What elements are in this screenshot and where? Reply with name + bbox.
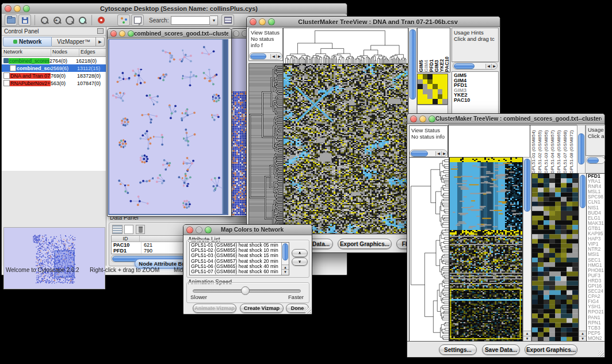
close-button[interactable] bbox=[5, 5, 12, 12]
tv2-zoom-button[interactable] bbox=[429, 116, 435, 122]
attribute-list-item[interactable]: GPL51-07 (GSM868) heat shock 60 min bbox=[191, 269, 289, 274]
open-session-button[interactable] bbox=[5, 14, 17, 26]
tv2-column-label: GPL51-06 (GSM865) bbox=[556, 125, 563, 174]
tv1-zoom-cell bbox=[438, 94, 443, 99]
tv2-collabel-scroll-thumb[interactable] bbox=[578, 133, 584, 164]
dialog-close-button[interactable] bbox=[186, 227, 193, 233]
tv2-status-hscrollbar[interactable]: ◀▶ bbox=[410, 150, 447, 157]
dialog-minimize-button[interactable] bbox=[196, 227, 202, 233]
tv1-close-button[interactable] bbox=[250, 18, 257, 25]
tab-vizmapper[interactable]: VizMapper™ bbox=[52, 37, 96, 47]
zoom-out-button[interactable]: - bbox=[39, 15, 50, 25]
tv1-row-dendrogram[interactable] bbox=[248, 63, 283, 234]
tab-scroll-right-button[interactable]: ▶ bbox=[96, 37, 105, 47]
network-nodes-count: 769(0) bbox=[51, 73, 77, 79]
zoom-fit-button[interactable] bbox=[64, 15, 75, 25]
tv1-hints-hscroll-thumb[interactable] bbox=[454, 63, 475, 69]
tv1-column-dendrogram[interactable] bbox=[283, 28, 408, 64]
col-nodes[interactable]: Nodes bbox=[51, 49, 79, 56]
tv2-collabel-scrollbar[interactable] bbox=[577, 125, 586, 174]
tv1-status-right-arrow[interactable]: ▶ bbox=[276, 54, 282, 59]
map-dialog-title: Map Colors to Network bbox=[212, 227, 309, 233]
attribute-scroll-down[interactable]: ▼ bbox=[282, 269, 289, 275]
network-name: RNAPuberNov2+ bbox=[10, 81, 51, 86]
col-edges[interactable]: Edges bbox=[79, 49, 106, 56]
network-tool-button[interactable] bbox=[117, 14, 130, 26]
datapanel-newdoc-tool[interactable] bbox=[124, 225, 133, 234]
main-titlebar[interactable]: Cytoscape Desktop (Session Name: collins… bbox=[2, 3, 347, 14]
tv1-zoom-cell bbox=[433, 94, 438, 99]
animate-vizmap-button[interactable]: Animate Vizmap bbox=[193, 304, 236, 313]
tv1-hints-right-arrow[interactable]: ▶ bbox=[491, 64, 497, 68]
zoom-button[interactable] bbox=[23, 5, 30, 12]
help-button[interactable] bbox=[95, 15, 107, 25]
tv1-heatmap-canvas[interactable] bbox=[283, 63, 408, 234]
network-overview-canvas[interactable] bbox=[3, 227, 105, 289]
network-list-row[interactable]: combined_scores2764(0)16218(0) bbox=[2, 57, 106, 64]
tv2-zoom-scroll-thumb[interactable] bbox=[580, 175, 586, 208]
annotation-tool-button[interactable] bbox=[131, 14, 144, 26]
netwin-close-button[interactable] bbox=[110, 30, 117, 37]
datapanel-delete-tool[interactable] bbox=[136, 225, 145, 234]
search-dropdown-button[interactable]: ▼ bbox=[210, 16, 218, 25]
tv2-resize-grip[interactable] bbox=[598, 351, 604, 357]
resize-grip[interactable] bbox=[305, 308, 311, 313]
tv2-vscrollbar[interactable]: ▲ ▼ bbox=[523, 157, 531, 342]
tv2-save-data-button[interactable]: Save Data... bbox=[482, 344, 520, 355]
tv1-zoom-button[interactable] bbox=[268, 18, 275, 25]
tv1-vscroll-thumb[interactable] bbox=[410, 29, 416, 99]
tab-network[interactable]: Network bbox=[3, 37, 52, 47]
col-network[interactable]: Network bbox=[2, 49, 51, 56]
tv2-row-dendrogram[interactable] bbox=[409, 157, 449, 342]
network-view-canvas[interactable] bbox=[108, 39, 228, 215]
tv2-status-left-arrow[interactable]: ◀ bbox=[435, 151, 441, 156]
move-up-button[interactable]: ∧ bbox=[292, 249, 308, 257]
datapanel-table-tool[interactable] bbox=[112, 225, 123, 234]
network-list-row[interactable]: DNA and Tran 07769(0)183728(0) bbox=[2, 72, 106, 79]
tv2-zoom-heatmap[interactable] bbox=[531, 173, 579, 342]
tv1-export-graphics-button[interactable]: Export Graphics... bbox=[338, 239, 392, 249]
tv1-hints-left-arrow[interactable]: ◀ bbox=[485, 64, 491, 68]
float-panel-icon[interactable] bbox=[97, 28, 104, 34]
tv1-minimize-button[interactable] bbox=[259, 18, 266, 25]
tv1-status-left-arrow[interactable]: ◀ bbox=[270, 54, 276, 59]
import-table-button[interactable] bbox=[221, 14, 234, 26]
tv2-hints-hscroll-thumb[interactable] bbox=[587, 158, 599, 163]
search-input[interactable] bbox=[171, 16, 210, 25]
tv1-zoom-cell bbox=[427, 99, 433, 104]
zoom-fit-icon bbox=[66, 16, 74, 25]
zoom-in-button[interactable]: + bbox=[51, 15, 63, 25]
tv2-status-hscroll-thumb[interactable] bbox=[411, 151, 428, 156]
tv2-status-right-arrow[interactable]: ▶ bbox=[441, 151, 447, 156]
attribute-list-scrollbar[interactable]: ▲ ▼ bbox=[281, 243, 289, 275]
tv1-zoom-heatmap[interactable] bbox=[417, 74, 448, 105]
tv2-zoom-scrollbar[interactable]: ▲ ▼ bbox=[579, 173, 587, 342]
slider-thumb[interactable] bbox=[241, 286, 250, 295]
window-controls bbox=[5, 5, 30, 12]
tv1-status-hscrollbar[interactable]: ◀▶ bbox=[249, 52, 282, 60]
tv1-hints-hscrollbar[interactable]: ◀▶ bbox=[453, 62, 498, 70]
network-list-row[interactable]: RNAPuberNov2+563(0)107847(0) bbox=[2, 79, 106, 87]
tv2-close-button[interactable] bbox=[410, 116, 417, 122]
move-down-button[interactable]: ∨ bbox=[292, 258, 308, 266]
tv2-vscroll-thumb[interactable] bbox=[524, 159, 530, 212]
save-session-button[interactable] bbox=[18, 14, 31, 26]
netwin-minimize-button[interactable] bbox=[119, 30, 125, 37]
zoom-selected-button[interactable] bbox=[76, 15, 88, 25]
dialog-zoom-button[interactable] bbox=[205, 227, 212, 233]
datacol-id[interactable]: ID bbox=[112, 236, 140, 242]
tv2-export-graphics-button[interactable]: Export Graphics... bbox=[525, 344, 577, 355]
tv2-minimize-button[interactable] bbox=[419, 116, 426, 122]
tv2-heatmap-canvas[interactable] bbox=[449, 157, 523, 342]
tv2-hints-hscrollbar[interactable] bbox=[586, 156, 605, 164]
network-list-row[interactable]: combined_sco2569(6)13112(15) bbox=[2, 64, 106, 72]
tv2-settings-button[interactable]: Settings... bbox=[439, 344, 477, 355]
create-vizmap-button[interactable]: Create Vizmap bbox=[240, 304, 284, 313]
attribute-scroll-thumb[interactable] bbox=[282, 243, 288, 260]
tv1-status-hscroll-thumb[interactable] bbox=[250, 53, 266, 59]
attribute-list[interactable]: GPL51-01 (GSM854) heat shock 05 minGPL51… bbox=[189, 242, 289, 275]
netwin-zoom-button[interactable] bbox=[128, 30, 134, 37]
tv2-gene-label[interactable]: MON2 bbox=[588, 336, 605, 341]
network-list: combined_scores2764(0)16218(0)combined_s… bbox=[2, 57, 106, 171]
minimize-button[interactable] bbox=[14, 5, 21, 12]
